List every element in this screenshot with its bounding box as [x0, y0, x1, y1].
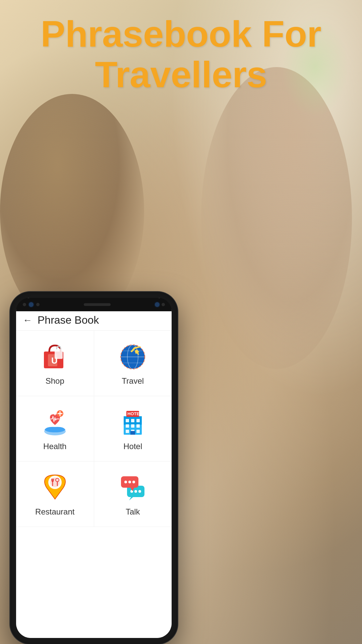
category-talk[interactable]: Talk: [94, 462, 172, 527]
earpiece-speaker: [84, 303, 111, 306]
talk-label: Talk: [126, 507, 140, 517]
category-row-3: Restaurant: [16, 462, 172, 527]
phone-screen: 12:30: [16, 298, 172, 638]
svg-rect-34: [136, 430, 140, 433]
shop-icon: U: [40, 341, 70, 371]
hotel-label: Hotel: [123, 442, 142, 451]
svg-point-47: [128, 481, 131, 483]
category-health[interactable]: Health: [16, 396, 94, 461]
camera-lens: [29, 302, 34, 307]
category-restaurant[interactable]: Restaurant: [16, 462, 94, 527]
svg-rect-30: [131, 424, 134, 428]
phone-outer: 12:30: [10, 292, 178, 644]
travel-label: Travel: [122, 376, 144, 386]
front-camera-right: [155, 302, 160, 307]
camera-right-area: [155, 302, 165, 307]
category-row-2: Health HOTEL: [16, 396, 172, 462]
svg-point-43: [134, 490, 137, 493]
restaurant-label: Restaurant: [35, 507, 74, 517]
back-button[interactable]: ←: [23, 315, 32, 326]
category-travel[interactable]: Travel: [94, 331, 172, 396]
hero-section: Phrasebook For Travellers: [0, 13, 362, 95]
svg-rect-28: [136, 419, 140, 422]
svg-rect-26: [126, 419, 129, 422]
health-icon: [40, 406, 70, 436]
svg-rect-35: [130, 431, 135, 435]
category-row-1: U Shop: [16, 331, 172, 396]
svg-rect-31: [136, 424, 140, 428]
travel-icon: [118, 341, 148, 371]
app-bar-title: Phrase Book: [38, 314, 99, 326]
app-bar: ← Phrase Book: [16, 311, 172, 331]
svg-rect-27: [131, 419, 134, 422]
sensor-dot-3: [162, 303, 165, 306]
category-hotel[interactable]: HOTEL: [94, 396, 172, 461]
svg-rect-29: [126, 424, 129, 428]
svg-rect-32: [126, 430, 129, 433]
svg-point-48: [132, 481, 135, 483]
hero-title: Phrasebook For Travellers: [20, 13, 342, 95]
front-camera-area: [23, 302, 40, 307]
hotel-icon: HOTEL: [118, 406, 148, 436]
category-shop[interactable]: U Shop: [16, 331, 94, 396]
svg-point-46: [124, 481, 127, 483]
restaurant-icon: [40, 472, 70, 502]
health-label: Health: [43, 442, 66, 451]
svg-rect-10: [55, 349, 63, 359]
phone-hardware-bar: [16, 298, 172, 311]
svg-text:HOTEL: HOTEL: [127, 411, 142, 416]
svg-point-44: [138, 490, 141, 493]
sensor-dot: [23, 303, 26, 306]
talk-icon: [118, 472, 148, 502]
categories-grid: U Shop: [16, 331, 172, 638]
phone-mockup: 12:30: [10, 292, 178, 644]
shop-label: Shop: [46, 376, 64, 386]
sensor-dot-2: [36, 303, 40, 306]
